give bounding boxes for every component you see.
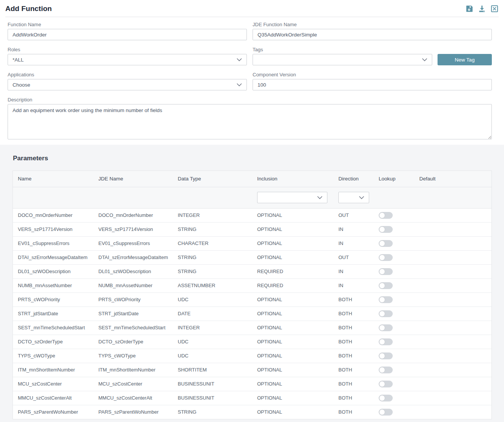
param-jde-name-cell: NUMB_mnAssetNumber: [93, 278, 173, 292]
param-lookup-cell: [374, 335, 414, 349]
inclusion-filter-select[interactable]: [257, 192, 327, 203]
param-default-cell: [414, 335, 491, 349]
lookup-toggle[interactable]: [379, 367, 393, 373]
save-icon[interactable]: [465, 5, 474, 13]
lookup-toggle[interactable]: [379, 324, 393, 331]
param-inclusion-cell: OPTIONAL: [252, 236, 333, 250]
param-lookup-cell: [374, 208, 414, 222]
param-inclusion-cell: REQUIRED: [252, 264, 333, 278]
param-inclusion-cell: OPTIONAL: [252, 391, 333, 405]
roles-selected-value: *ALL: [13, 57, 24, 63]
param-inclusion-cell: OPTIONAL: [252, 349, 333, 363]
chevron-down-icon: [317, 196, 322, 199]
param-jde-name-cell: DCTO_szOrderType: [93, 335, 173, 349]
lookup-toggle[interactable]: [379, 310, 393, 317]
lookup-toggle[interactable]: [379, 352, 393, 359]
param-jde-name-cell: ITM_mnShortItemNumber: [93, 363, 173, 377]
param-direction-cell: IN: [333, 278, 374, 292]
param-data-type-cell: CHARACTER: [173, 236, 252, 250]
param-name-cell: MCU_szCostCenter: [13, 377, 93, 391]
toggle-knob: [379, 409, 385, 415]
param-name-cell: NUMB_mnAssetNumber: [13, 278, 93, 292]
toggle-knob: [379, 212, 385, 218]
table-row: MMCU_szCostCenterAltMMCU_szCostCenterAlt…: [13, 391, 491, 405]
lookup-toggle[interactable]: [379, 268, 393, 275]
table-row: SEST_mnTimeScheduledStartSEST_mnTimeSche…: [13, 321, 491, 335]
param-default-cell: [414, 307, 491, 321]
param-jde-name-cell: MMCU_szCostCenterAlt: [93, 391, 173, 405]
param-inclusion-cell: OPTIONAL: [252, 335, 333, 349]
applications-selected-value: Choose: [13, 82, 30, 88]
param-default-cell: [414, 278, 491, 292]
param-name-cell: PARS_szParentWoNumber: [13, 405, 93, 419]
param-name-cell: DTAI_szErrorMessageDataItem: [13, 250, 93, 264]
new-tag-button[interactable]: New Tag: [438, 54, 492, 65]
download-icon[interactable]: [478, 5, 486, 13]
param-lookup-cell: [374, 292, 414, 307]
param-direction-cell: BOTH: [333, 405, 374, 419]
description-textarea[interactable]: Add an equipment work order using the mi…: [8, 104, 492, 139]
param-data-type-cell: UDC: [173, 292, 252, 307]
table-row: NUMB_mnAssetNumberNUMB_mnAssetNumberASSE…: [13, 278, 491, 292]
param-name-cell: DCTO_szOrderType: [13, 335, 93, 349]
roles-select[interactable]: *ALL: [8, 54, 247, 65]
table-row: EV01_cSuppressErrorsEV01_cSuppressErrors…: [13, 236, 491, 250]
lookup-toggle[interactable]: [379, 282, 393, 289]
param-data-type-cell: INTEGER: [173, 208, 252, 222]
jde-function-name-input[interactable]: [253, 29, 492, 40]
lookup-toggle[interactable]: [379, 395, 393, 401]
toggle-knob: [379, 325, 385, 331]
param-lookup-cell: [374, 222, 414, 236]
lookup-toggle[interactable]: [379, 409, 393, 416]
param-default-cell: [414, 405, 491, 419]
param-inclusion-cell: OPTIONAL: [252, 377, 333, 391]
param-direction-cell: BOTH: [333, 377, 374, 391]
component-version-field-group: Component Version: [253, 72, 492, 90]
param-lookup-cell: [374, 321, 414, 335]
lookup-toggle[interactable]: [379, 226, 393, 233]
toggle-knob: [379, 339, 385, 345]
lookup-toggle[interactable]: [379, 254, 393, 261]
toggle-knob: [379, 381, 385, 387]
param-lookup-cell: [374, 278, 414, 292]
column-header-inclusion: Inclusion: [252, 171, 333, 187]
roles-field-group: Roles *ALL: [8, 47, 247, 65]
function-name-label: Function Name: [8, 22, 247, 27]
param-name-cell: PRTS_cWOPriority: [13, 292, 93, 307]
lookup-toggle[interactable]: [379, 381, 393, 387]
column-header-jde-name: JDE Name: [93, 171, 173, 187]
lookup-toggle[interactable]: [379, 212, 393, 219]
chevron-down-icon: [237, 58, 242, 62]
param-lookup-cell: [374, 307, 414, 321]
description-label: Description: [8, 97, 492, 103]
param-data-type-cell: STRING: [173, 222, 252, 236]
param-data-type-cell: UDC: [173, 349, 252, 363]
param-name-cell: SEST_mnTimeScheduledStart: [13, 321, 93, 335]
param-inclusion-cell: OPTIONAL: [252, 405, 333, 419]
function-name-input[interactable]: [8, 29, 247, 40]
param-inclusion-cell: OPTIONAL: [252, 250, 333, 264]
chevron-down-icon: [422, 58, 427, 62]
close-icon[interactable]: [490, 5, 499, 13]
component-version-input[interactable]: [253, 79, 492, 90]
param-default-cell: [414, 264, 491, 278]
tags-select[interactable]: [253, 54, 432, 65]
toggle-knob: [379, 353, 385, 359]
param-lookup-cell: [374, 363, 414, 377]
description-field-group: Description Add an equipment work order …: [8, 97, 492, 139]
lookup-toggle[interactable]: [379, 296, 393, 303]
function-form: Function Name JDE Function Name Roles *A…: [0, 17, 504, 139]
param-lookup-cell: [374, 405, 414, 419]
lookup-toggle[interactable]: [379, 338, 393, 345]
toggle-knob: [379, 254, 385, 261]
param-inclusion-cell: OPTIONAL: [252, 222, 333, 236]
parameters-section: Parameters Name JDE Name Data Type Inclu…: [0, 145, 504, 422]
param-lookup-cell: [374, 250, 414, 264]
param-default-cell: [414, 321, 491, 335]
table-header-row: Name JDE Name Data Type Inclusion Direct…: [13, 171, 491, 187]
param-direction-cell: BOTH: [333, 335, 374, 349]
applications-select[interactable]: Choose: [8, 79, 247, 90]
direction-filter-select[interactable]: [338, 192, 369, 203]
param-direction-cell: BOTH: [333, 307, 374, 321]
lookup-toggle[interactable]: [379, 240, 393, 247]
